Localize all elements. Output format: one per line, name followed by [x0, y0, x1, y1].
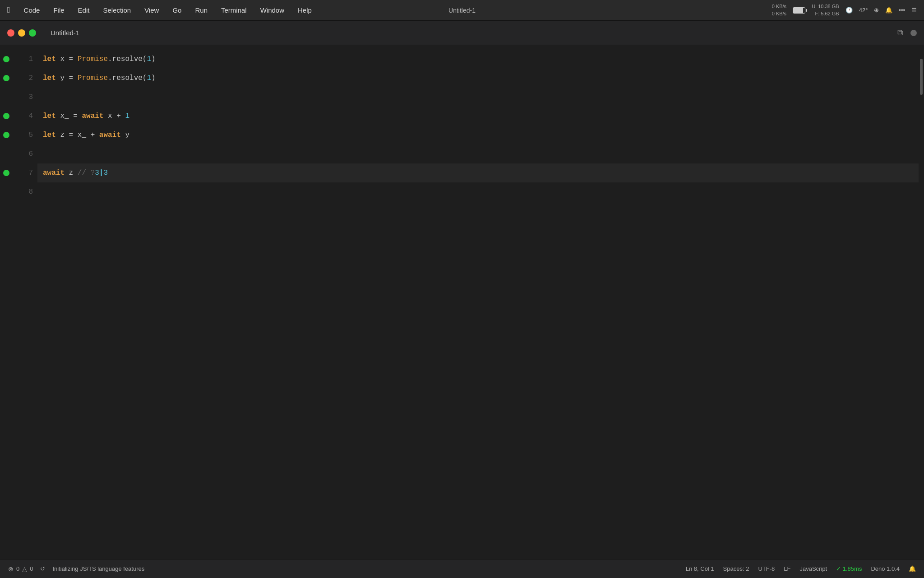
file-tab[interactable]: Untitled-1 [45, 27, 85, 38]
network-stats: 0 KB/s 0 KB/s [772, 3, 786, 17]
menu-selection[interactable]: Selection [100, 5, 134, 15]
dot-indicator [910, 30, 917, 36]
sync-icon: ↺ [40, 565, 45, 572]
line-number-7: 7 [28, 163, 33, 182]
menu-go[interactable]: Go [170, 5, 184, 15]
warning-icon: △ [22, 565, 27, 573]
code-line-1[interactable]: let x = Promise.resolve(1) [37, 50, 919, 69]
language-mode[interactable]: JavaScript [799, 565, 827, 572]
titlebar: Untitled-1 ⧉ [0, 21, 924, 45]
breakpoint-1[interactable] [3, 50, 9, 69]
statusbar: ⊗ 0 △ 0 ↺ Initializing JS/TS language fe… [0, 559, 924, 578]
line-numbers-gutter: 12345678 [13, 45, 37, 559]
code-line-7[interactable]: await z // ? 3 | 3 [37, 163, 919, 182]
minimize-button[interactable] [18, 29, 25, 37]
line-number-5: 5 [28, 126, 33, 144]
temperature-display: 42° [859, 7, 868, 14]
menu-window[interactable]: Window [258, 5, 287, 15]
menubar-right: 0 KB/s 0 KB/s U: 10.38 GB F: 5.62 GB 🕐 4… [772, 3, 917, 17]
notifications-icon[interactable]: 🔔 [909, 565, 916, 572]
breakpoint-7[interactable] [3, 163, 9, 182]
code-line-4[interactable]: let x_ = await x + 1 [37, 107, 919, 126]
line-number-2: 2 [28, 69, 33, 88]
split-editor-icon[interactable]: ⧉ [897, 28, 903, 37]
breakpoints-gutter [0, 45, 13, 559]
menu-code[interactable]: Code [21, 5, 43, 15]
line-number-3: 3 [28, 88, 33, 107]
line-number-1: 1 [28, 50, 33, 69]
bp-dot-icon [3, 113, 9, 119]
menubar-left:  Code File Edit Selection View Go Run T… [7, 5, 770, 15]
line-number-4: 4 [28, 107, 33, 126]
memory-used: U: 10.38 GB [812, 3, 839, 10]
sync-icon-area: ↺ [40, 565, 45, 572]
statusbar-right: Ln 8, Col 1 Spaces: 2 UTF-8 LF JavaScrip… [686, 565, 916, 572]
error-count: 0 [16, 565, 19, 572]
memory-stats: U: 10.38 GB F: 5.62 GB [812, 3, 839, 17]
menu-run[interactable]: Run [192, 5, 210, 15]
menu-extra-icon: ••• [899, 7, 905, 14]
battery-icon [793, 7, 805, 14]
init-message: Initializing JS/TS language features [52, 565, 144, 572]
line-number-8: 8 [28, 182, 33, 201]
menu-file[interactable]: File [51, 5, 67, 15]
warning-count: 0 [30, 565, 33, 572]
maximize-button[interactable] [29, 29, 36, 37]
wifi-icon: ⊕ [874, 7, 879, 14]
titlebar-right: ⧉ [897, 28, 917, 37]
bp-dot-icon [3, 132, 9, 138]
statusbar-left: ⊗ 0 △ 0 ↺ Initializing JS/TS language fe… [8, 565, 677, 573]
breakpoint-4[interactable] [3, 107, 9, 126]
code-line-5[interactable]: let z = x_ + await y [37, 126, 919, 144]
memory-free: F: 5.62 GB [812, 10, 839, 17]
breakpoint-2[interactable] [3, 69, 9, 88]
traffic-lights [7, 29, 36, 37]
indentation[interactable]: Spaces: 2 [723, 565, 749, 572]
window-title: Untitled-1 [448, 7, 476, 14]
code-line-8[interactable] [37, 182, 919, 201]
net-download: 0 KB/s [772, 10, 786, 17]
breakpoint-5[interactable] [3, 126, 9, 144]
perf-indicator: ✓ 1.85ms [836, 565, 862, 572]
close-button[interactable] [7, 29, 14, 37]
scrollbar-thumb[interactable] [920, 59, 923, 95]
scrollbar-track[interactable] [919, 45, 924, 559]
menu-edit[interactable]: Edit [75, 5, 92, 15]
editor-area: 12345678 let x = Promise.resolve(1)let y… [0, 45, 924, 559]
line-number-6: 6 [28, 144, 33, 163]
apple-logo-icon[interactable]:  [7, 5, 10, 15]
bp-dot-icon [3, 170, 9, 176]
menu-help[interactable]: Help [295, 5, 314, 15]
error-warn-area[interactable]: ⊗ 0 △ 0 [8, 565, 33, 573]
code-editor[interactable]: let x = Promise.resolve(1)let y = Promis… [37, 45, 919, 559]
cursor-position[interactable]: Ln 8, Col 1 [686, 565, 714, 572]
bp-dot-icon [3, 75, 9, 81]
line-ending[interactable]: LF [784, 565, 790, 572]
code-line-6[interactable] [37, 144, 919, 163]
net-upload: 0 KB/s [772, 3, 786, 10]
bp-dot-icon [3, 56, 9, 62]
code-line-2[interactable]: let y = Promise.resolve(1) [37, 69, 919, 88]
error-icon: ⊗ [8, 565, 14, 573]
clock-icon: 🕐 [845, 7, 853, 14]
encoding[interactable]: UTF-8 [758, 565, 775, 572]
menu-terminal[interactable]: Terminal [218, 5, 249, 15]
code-line-3[interactable] [37, 88, 919, 107]
battery-area [793, 7, 805, 14]
notification-icon: 🔔 [885, 7, 892, 14]
menubar:  Code File Edit Selection View Go Run T… [0, 0, 924, 21]
menu-view[interactable]: View [142, 5, 162, 15]
runtime-info: Deno 1.0.4 [871, 565, 900, 572]
list-icon: ☰ [911, 7, 917, 14]
